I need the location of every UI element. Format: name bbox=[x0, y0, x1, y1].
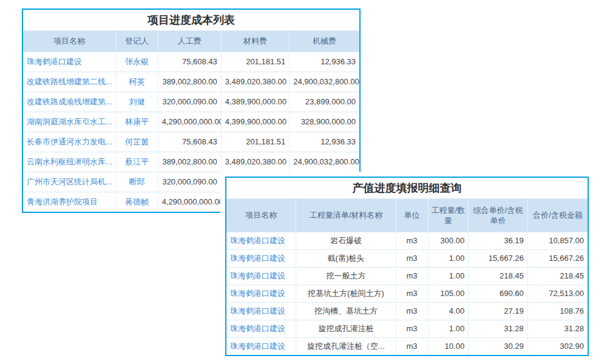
cell: 挖一般土方 bbox=[296, 267, 396, 285]
cell: 690.60 bbox=[469, 285, 528, 302]
cell: 湖南洞庭湖水库引水工... bbox=[23, 112, 116, 132]
cell: 3,489,020,380.00 bbox=[221, 152, 289, 172]
cell: 31.28 bbox=[469, 320, 528, 337]
cell: 389,002,800.00 bbox=[158, 72, 221, 92]
project-name-link[interactable]: 改建铁路成渝线增建第... bbox=[27, 97, 112, 106]
cell: 4,389,900,000.00 bbox=[221, 92, 289, 112]
output-value-table: 项目名称工程量清单/材料名称单位工程量/数量综合单价/含税单价合价/含税金额 珠… bbox=[226, 199, 588, 355]
registrant-link[interactable]: 林康平 bbox=[125, 117, 149, 126]
cell: 截(凿)桩头 bbox=[296, 249, 396, 267]
column-header: 工程量/数量 bbox=[428, 199, 469, 232]
cell: 23,899,000.00 bbox=[290, 92, 359, 112]
project-cost-list-title: 项目进度成本列表 bbox=[23, 10, 359, 31]
cell: m3 bbox=[396, 249, 428, 267]
cell: 36.19 bbox=[469, 232, 528, 249]
output-value-detail-card: 产值进度填报明细查询 项目名称工程量清单/材料名称单位工程量/数量综合单价/含税… bbox=[225, 177, 589, 356]
cell: 108.76 bbox=[527, 302, 588, 320]
project-name-link[interactable]: 珠海鹤港口建设 bbox=[230, 271, 285, 280]
cell: 珠海鹤港口建设 bbox=[226, 285, 296, 302]
project-name-link[interactable]: 青海洪湖养护院项目 bbox=[27, 197, 98, 206]
project-name-link[interactable]: 云南水利枢纽潜明水库... bbox=[27, 157, 112, 166]
project-name-link[interactable]: 珠海鹤港口建设 bbox=[230, 324, 285, 333]
table-row: 珠海鹤港口建设岩石爆破m3300.0036.1910,857.00 bbox=[226, 232, 588, 249]
column-header: 综合单价/含税单价 bbox=[469, 199, 528, 232]
project-name-link[interactable]: 广州市天河区统计局机... bbox=[27, 177, 112, 186]
column-header: 单位 bbox=[396, 199, 428, 232]
cell: 何芷茵 bbox=[116, 132, 158, 152]
cell: 105.00 bbox=[428, 285, 469, 302]
cell: 24,900,032,800.00 bbox=[290, 72, 359, 92]
project-name-link[interactable]: 改建铁路线增建第二线... bbox=[27, 77, 112, 86]
table-row: 珠海鹤港口建设挖一般土方m31.00218.45218.45 bbox=[226, 267, 588, 285]
project-name-link[interactable]: 珠海鹤港口建设 bbox=[230, 306, 285, 315]
cell: 300.00 bbox=[428, 232, 469, 249]
project-name-link[interactable]: 珠海鹤港口建设 bbox=[230, 254, 285, 263]
cell: 珠海鹤港口建设 bbox=[226, 320, 296, 337]
cell: 张永银 bbox=[116, 52, 158, 72]
cell: 蔡江平 bbox=[116, 152, 158, 172]
cell: 218.45 bbox=[469, 267, 528, 285]
output-value-detail-title: 产值进度填报明细查询 bbox=[226, 178, 588, 199]
cell: 珠海鹤港口建设 bbox=[226, 249, 296, 267]
cell: 云南水利枢纽潜明水库... bbox=[23, 152, 116, 172]
registrant-link[interactable]: 柯英 bbox=[129, 77, 145, 86]
cell: m3 bbox=[396, 285, 428, 302]
table-row: 云南水利枢纽潜明水库...蔡江平389,002,800.003,489,020,… bbox=[23, 152, 359, 172]
cell: 4,290,000,000.00 bbox=[158, 192, 221, 212]
cell: 30.29 bbox=[469, 337, 528, 355]
table-row: 改建铁路线增建第二线...柯英389,002,800.003,489,020,3… bbox=[23, 72, 359, 92]
cell: 24,900,032,800.00 bbox=[290, 152, 359, 172]
table-row: 湖南洞庭湖水库引水工...林康平4,290,000,000.004,399,90… bbox=[23, 112, 359, 132]
cell: 10,857.00 bbox=[527, 232, 588, 249]
cell: 珠海鹤港口建设 bbox=[226, 267, 296, 285]
cell: m3 bbox=[396, 267, 428, 285]
project-name-link[interactable]: 珠海鹤港口建设 bbox=[230, 342, 285, 351]
cell: 302.90 bbox=[527, 337, 588, 355]
cell: 320,000,090.00 bbox=[158, 172, 221, 192]
cell: 珠海鹤港口建设 bbox=[226, 302, 296, 320]
cell: 林康平 bbox=[116, 112, 158, 132]
registrant-link[interactable]: 张永银 bbox=[125, 57, 149, 66]
cell: m3 bbox=[396, 320, 428, 337]
cell: 75,608.43 bbox=[158, 52, 221, 72]
registrant-link[interactable]: 何芷茵 bbox=[125, 137, 149, 146]
cell: 挖沟槽、基坑土方 bbox=[296, 302, 396, 320]
cell: 岩石爆破 bbox=[296, 232, 396, 249]
column-header: 人工费 bbox=[158, 31, 221, 52]
cell: 青海洪湖养护院项目 bbox=[23, 192, 116, 212]
project-name-link[interactable]: 珠海鹤港口建设 bbox=[230, 289, 285, 298]
output-value-detail-panel: 产值进度填报明细查询 项目名称工程量清单/材料名称单位工程量/数量综合单价/含税… bbox=[220, 172, 594, 361]
column-header: 登记人 bbox=[116, 31, 158, 52]
cell: 珠海鹤港口建设 bbox=[226, 337, 296, 355]
cell: 201,181.51 bbox=[221, 52, 289, 72]
cell: 挖基坑土方(桩间土方) bbox=[296, 285, 396, 302]
cell: 4,399,900,000.00 bbox=[221, 112, 289, 132]
project-name-link[interactable]: 湖南洞庭湖水库引水工... bbox=[27, 117, 112, 126]
table-row: 珠海鹤港口建设旋挖成孔灌注桩m31.0031.2831.28 bbox=[226, 320, 588, 337]
cell: 蒋德帧 bbox=[116, 192, 158, 212]
cell: 328,900,000.00 bbox=[290, 112, 359, 132]
cell: 320,000,090.00 bbox=[158, 92, 221, 112]
table-row: 改建铁路成渝线增建第...刘健320,000,090.004,389,900,0… bbox=[23, 92, 359, 112]
column-header: 合价/含税金额 bbox=[527, 199, 588, 232]
column-header: 项目名称 bbox=[226, 199, 296, 232]
page: 项目进度成本列表 项目名称登记人人工费材料费机械费 珠海鹤港口建设张永银75,6… bbox=[0, 0, 607, 364]
cell: 218.45 bbox=[527, 267, 588, 285]
cell: 4,290,000,000.00 bbox=[158, 112, 221, 132]
cell: 改建铁路成渝线增建第... bbox=[23, 92, 116, 112]
registrant-link[interactable]: 断郎 bbox=[129, 177, 145, 186]
cell: 1.00 bbox=[428, 320, 469, 337]
project-name-link[interactable]: 珠海鹤港口建设 bbox=[230, 236, 285, 245]
registrant-link[interactable]: 刘健 bbox=[129, 97, 145, 106]
cell: 75,608.43 bbox=[158, 132, 221, 152]
registrant-link[interactable]: 蒋德帧 bbox=[125, 197, 149, 206]
cell: m3 bbox=[396, 232, 428, 249]
table-row: 珠海鹤港口建设截(凿)桩头m31.0015,667.2615,667.26 bbox=[226, 249, 588, 267]
project-name-link[interactable]: 长春市伊通河水力发电... bbox=[27, 137, 112, 146]
project-cost-table-header-row: 项目名称登记人人工费材料费机械费 bbox=[23, 31, 359, 52]
cell: m3 bbox=[396, 302, 428, 320]
output-value-table-header-row: 项目名称工程量清单/材料名称单位工程量/数量综合单价/含税单价合价/含税金额 bbox=[226, 199, 588, 232]
project-name-link[interactable]: 珠海鹤港口建设 bbox=[27, 57, 82, 66]
registrant-link[interactable]: 蔡江平 bbox=[125, 157, 149, 166]
cell: 389,002,800.00 bbox=[158, 152, 221, 172]
